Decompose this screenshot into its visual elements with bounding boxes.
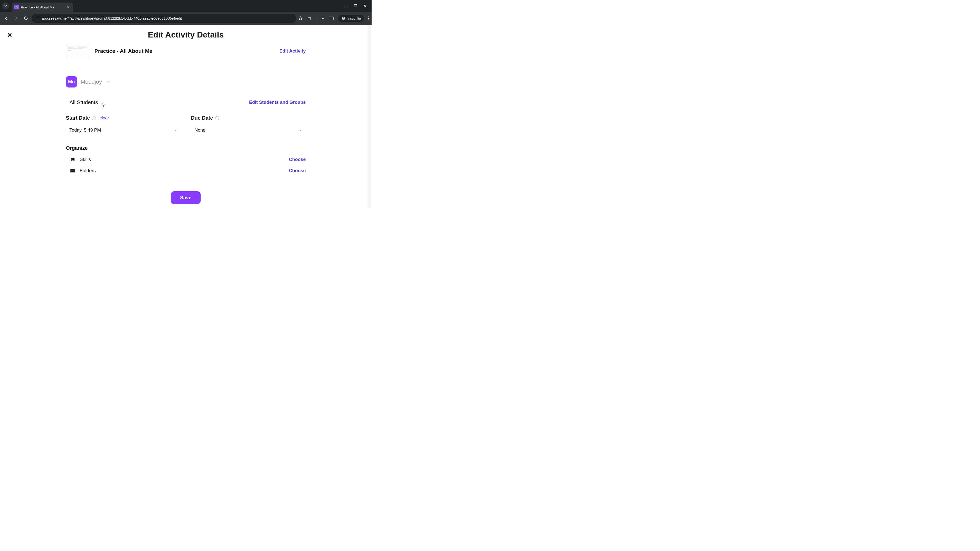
dates-row: Start Date i clear Today, 5:49 PM Due Da… [66,115,306,135]
svg-rect-2 [38,17,39,17]
tab-close-icon[interactable]: ✕ [66,5,70,10]
edit-students-link[interactable]: Edit Students and Groups [249,100,306,105]
window-controls: — ❐ ✕ [344,4,369,8]
incognito-badge[interactable]: Incognito [338,15,364,22]
close-button[interactable]: ✕ [7,32,12,39]
folders-label: Folders [80,168,96,173]
activity-header-row: Practice - All About Me Edit Activity [66,44,306,58]
tab-search-dropdown[interactable] [2,2,9,10]
svg-rect-14 [70,170,75,172]
reload-icon [24,16,28,21]
start-date-value: Today, 5:49 PM [69,127,101,133]
address-bar: app.seesaw.me/#/activities/library/promp… [0,12,372,25]
organize-title: Organize [66,145,306,151]
arrow-left-icon [4,16,9,21]
url-field[interactable]: app.seesaw.me/#/activities/library/promp… [32,14,296,23]
due-date-column: Due Date i None [191,115,306,135]
svg-rect-13 [70,169,75,170]
chevron-down-icon [174,128,177,132]
activity-name: Practice - All About Me [94,48,274,54]
seesaw-favicon: S [14,5,19,10]
incognito-label: Incognito [347,17,361,21]
svg-point-8 [344,19,345,20]
edit-activity-link[interactable]: Edit Activity [280,48,306,54]
folder-icon [70,168,76,173]
activity-thumbnail [66,44,89,58]
reload-button[interactable] [22,14,30,22]
svg-rect-3 [38,18,39,18]
start-date-select[interactable]: Today, 5:49 PM [66,125,181,135]
class-badge: Mo [66,76,77,87]
students-row: All Students Edit Students and Groups [66,99,306,105]
extensions-icon[interactable] [307,16,312,21]
tab-bar: S Practice - All About Me ✕ + — ❐ ✕ [0,0,372,12]
due-date-label: Due Date [191,115,213,121]
back-button[interactable] [3,14,10,22]
svg-point-10 [368,17,369,17]
svg-point-7 [342,19,344,20]
choose-skills-link[interactable]: Choose [289,157,306,162]
svg-rect-4 [36,19,39,19]
class-name: Moodjoy [81,79,102,85]
chevron-down-icon [4,4,7,7]
browser-chrome: S Practice - All About Me ✕ + — ❐ ✕ app.… [0,0,372,25]
skills-label: Skills [80,157,91,162]
side-panel-icon[interactable] [329,16,334,21]
page-title: Edit Activity Details [0,30,372,40]
svg-rect-1 [36,18,37,18]
start-date-column: Start Date i clear Today, 5:49 PM [66,115,181,135]
close-window-icon[interactable]: ✕ [363,4,366,8]
kebab-menu-icon[interactable] [368,16,369,21]
svg-point-12 [368,20,369,21]
due-date-select[interactable]: None [191,125,306,135]
organize-section: Organize Skills Choose Folders Choose [66,145,306,173]
bookmark-star-icon[interactable] [298,16,303,21]
scrollbar[interactable] [368,25,371,208]
tab-title: Practice - All About Me [21,5,64,9]
chevron-down-icon [299,128,302,132]
new-tab-button[interactable]: + [76,4,80,10]
browser-tab[interactable]: S Practice - All About Me ✕ [12,3,73,12]
downloads-icon[interactable] [321,16,325,21]
choose-folders-link[interactable]: Choose [289,168,306,173]
info-icon[interactable]: i [92,116,96,120]
arrow-right-icon [14,16,18,21]
class-selector[interactable]: Mo Moodjoy [66,76,306,87]
info-icon[interactable]: i [215,116,219,120]
url-text: app.seesaw.me/#/activities/library/promp… [42,16,182,21]
organize-skills-row: Skills Choose [66,157,306,162]
students-label: All Students [69,99,98,105]
site-info-icon[interactable] [35,16,39,21]
start-date-label: Start Date [66,115,90,121]
organize-folders-row: Folders Choose [66,168,306,173]
due-date-value: None [194,127,205,133]
save-button[interactable]: Save [171,191,200,204]
svg-rect-5 [330,17,334,20]
maximize-icon[interactable]: ❐ [354,4,357,8]
clear-start-date-link[interactable]: clear [100,116,109,121]
graduation-cap-icon [70,157,76,162]
incognito-icon [341,17,346,20]
svg-point-11 [368,18,369,19]
minimize-icon[interactable]: — [344,4,348,8]
svg-rect-0 [36,17,37,17]
forward-button[interactable] [12,14,20,22]
page-content: ✕ Edit Activity Details Practice - All A… [0,25,372,208]
chevron-down-icon[interactable] [107,80,110,84]
